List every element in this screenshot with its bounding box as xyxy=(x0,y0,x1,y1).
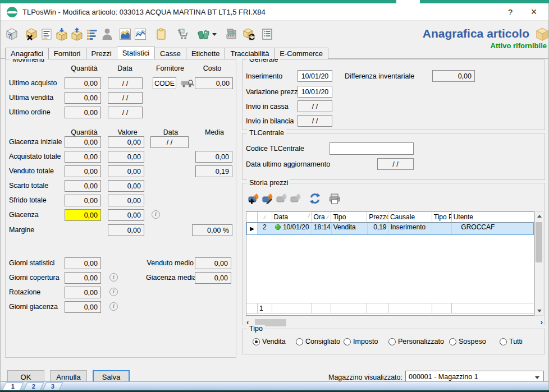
header-tipo-pr-cell[interactable]: Tipo Pr xyxy=(432,212,452,222)
giacenza-iniziale-data-field[interactable] xyxy=(150,136,189,148)
cash-register-icon[interactable] xyxy=(223,26,239,43)
add-price-icon[interactable] xyxy=(247,191,261,206)
giorni-copertura-field[interactable] xyxy=(65,272,101,284)
giorni-statistici-field[interactable] xyxy=(65,257,101,269)
ultima-vendita-data-field[interactable] xyxy=(108,92,143,104)
print-icon[interactable] xyxy=(327,191,341,206)
tab-anagrafici[interactable]: Anagrafici xyxy=(5,48,49,59)
article-delete-icon[interactable] xyxy=(24,26,39,43)
ultimo-acquisto-fornitore-field[interactable] xyxy=(153,77,176,89)
acquistato-totale-valore-field[interactable] xyxy=(108,151,144,163)
radio-tutti[interactable]: Tutti xyxy=(500,338,523,345)
price-disabled-icon-1[interactable] xyxy=(275,191,289,206)
venduto-totale-quantita-field[interactable] xyxy=(65,165,101,177)
giacenza-valore-field[interactable] xyxy=(108,209,144,221)
margine-valore-field[interactable] xyxy=(108,224,144,236)
rotazione-field[interactable] xyxy=(65,287,101,298)
tab-tracciabilita[interactable]: Tracciabilità xyxy=(225,48,274,59)
help-button[interactable]: ? xyxy=(499,3,521,21)
tab-casse[interactable]: Casse xyxy=(154,48,186,59)
clipboard-icon[interactable] xyxy=(153,26,168,43)
article-help-icon[interactable]: ? xyxy=(4,26,19,43)
venduto-totale-media-field[interactable] xyxy=(195,165,232,177)
unload-article-icon[interactable] xyxy=(69,26,84,43)
price-disabled-icon-2[interactable] xyxy=(289,191,303,206)
load-article-icon[interactable] xyxy=(54,26,69,43)
sfrido-totale-valore-field[interactable] xyxy=(108,195,144,206)
data-ultimo-aggiornamento-field[interactable] xyxy=(377,158,414,170)
giorni-copertura-info-icon[interactable]: i xyxy=(109,273,118,282)
header-data-cell[interactable]: Data / xyxy=(272,212,312,222)
giacenza-media-field[interactable] xyxy=(195,272,231,284)
invio-in-cassa-field[interactable] xyxy=(298,100,332,112)
acquistato-totale-media-field[interactable] xyxy=(195,151,232,163)
tab-statistici[interactable]: Statistici xyxy=(117,47,155,59)
header-tipo-cell[interactable]: Tipo xyxy=(331,212,367,222)
header-ora-cell[interactable]: Ora / xyxy=(312,212,332,222)
table-row-selected[interactable]: ▶ 2 10/01/20 18:14 Vendita 0,19 Inserime… xyxy=(246,223,534,235)
invio-in-bilancia-field[interactable] xyxy=(298,115,332,127)
radio-sospeso[interactable]: Sospeso xyxy=(449,338,486,345)
ultimo-ordine-data-field[interactable] xyxy=(108,107,143,118)
tab-ecommerce[interactable]: E-Commerce xyxy=(274,48,328,59)
radio-personalizzato[interactable]: Personalizzato xyxy=(388,338,444,345)
venduto-medio-field[interactable] xyxy=(195,257,231,269)
header-utente-cell[interactable]: Utente xyxy=(452,212,534,222)
acquistato-totale-quantita-field[interactable] xyxy=(65,151,101,163)
radio-imposto[interactable]: Imposto xyxy=(344,338,378,345)
sales-line-chart-icon[interactable] xyxy=(132,26,148,43)
giorni-giacenza-info-icon[interactable]: i xyxy=(109,302,118,311)
rotazione-info-icon[interactable]: i xyxy=(109,288,118,296)
ultimo-acquisto-quantita-field[interactable] xyxy=(65,77,101,89)
bottom-tab-1[interactable]: 1 xyxy=(2,382,24,390)
customer-icon[interactable] xyxy=(99,26,115,43)
article-report-icon[interactable] xyxy=(39,26,54,43)
variazione-prezzo-field[interactable] xyxy=(298,86,332,98)
article-sync-icon[interactable] xyxy=(241,26,256,43)
table-horizontal-scrollbar[interactable]: ‹ › xyxy=(246,319,543,326)
giacenza-quantita-field[interactable] xyxy=(65,209,101,221)
margine-media-field[interactable] xyxy=(192,224,232,236)
sfrido-totale-quantita-field[interactable] xyxy=(65,195,101,206)
table-vertical-scrollbar[interactable] xyxy=(534,211,543,316)
differenza-inventariale-field[interactable] xyxy=(432,70,475,82)
price-history-table[interactable]: / Data / Ora / Tipo Prezzo Causale Tipo … xyxy=(246,211,534,316)
radio-consigliato[interactable]: Consigliato xyxy=(296,338,340,345)
labels-dropdown-caret-icon[interactable] xyxy=(212,33,217,36)
sales-area-chart-icon[interactable] xyxy=(117,26,132,43)
giacenza-iniziale-valore-field[interactable] xyxy=(108,136,144,148)
scroll-up-icon[interactable] xyxy=(537,215,542,218)
header-causale-cell[interactable]: Causale xyxy=(388,212,432,222)
ultima-vendita-quantita-field[interactable] xyxy=(65,92,101,104)
bottom-tab-3[interactable]: 3 xyxy=(43,382,63,390)
scarto-totale-quantita-field[interactable] xyxy=(65,180,101,192)
header-prezzo-cell[interactable]: Prezzo xyxy=(367,212,388,222)
title-bar[interactable]: TLPosWin - Modifica articolo: 033013 ACQ… xyxy=(1,3,548,21)
radio-vendita[interactable]: Vendita xyxy=(253,338,286,345)
scroll-right-icon[interactable]: › xyxy=(541,318,543,326)
scarto-totale-valore-field[interactable] xyxy=(108,180,144,192)
inserimento-field[interactable] xyxy=(298,70,332,82)
shopping-cart-icon[interactable] xyxy=(175,26,190,43)
codice-tlcentrale-field[interactable] xyxy=(330,142,414,155)
tab-prezzi[interactable]: Prezzi xyxy=(86,48,117,59)
labels-icon[interactable] xyxy=(196,26,211,43)
bottom-tab-2[interactable]: 2 xyxy=(24,382,44,390)
vertical-scroll-thumb[interactable] xyxy=(536,222,542,262)
ultimo-ordine-quantita-field[interactable] xyxy=(65,107,101,118)
tab-etichette[interactable]: Etichette xyxy=(186,48,226,59)
tab-fornitori[interactable]: Fornitori xyxy=(48,48,86,59)
giacenza-info-icon[interactable]: i xyxy=(152,210,160,219)
header-num-cell[interactable]: / xyxy=(258,212,272,222)
refresh-icon[interactable] xyxy=(308,191,322,206)
article-list-icon[interactable] xyxy=(259,26,274,43)
supplier-search-icon[interactable] xyxy=(181,79,194,89)
edit-price-icon[interactable] xyxy=(261,191,275,206)
ultimo-acquisto-data-field[interactable] xyxy=(108,77,143,89)
scroll-down-icon[interactable] xyxy=(537,310,542,312)
giacenza-iniziale-quantita-field[interactable] xyxy=(65,136,101,148)
article-stats-icon[interactable] xyxy=(84,26,99,43)
close-button[interactable]: × xyxy=(523,3,545,21)
ultimo-acquisto-costo-field[interactable] xyxy=(195,77,233,89)
giorni-giacenza-field[interactable] xyxy=(65,301,101,313)
